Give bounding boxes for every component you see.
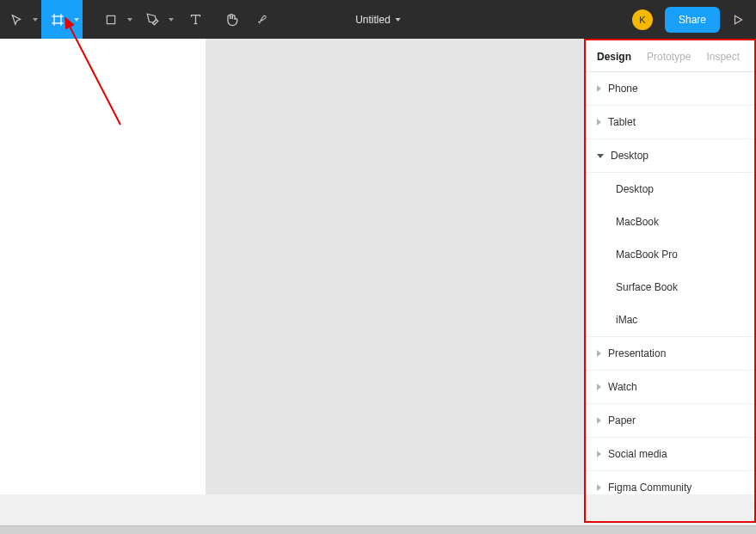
chevron-down-icon: [396, 18, 401, 21]
frame-preset-item[interactable]: MacBook Pro: [585, 238, 756, 271]
chevron-down-icon: [33, 18, 38, 21]
svg-rect-4: [107, 15, 114, 23]
triangle-right-icon: [597, 484, 601, 491]
triangle-right-icon: [597, 384, 601, 390]
svg-marker-7: [735, 15, 742, 23]
tab-prototype[interactable]: Prototype: [647, 51, 691, 63]
frame-category[interactable]: Tablet: [585, 106, 756, 139]
move-tool[interactable]: [0, 0, 41, 39]
text-icon: [189, 13, 202, 26]
frame-preset-list: PhoneTabletDesktopDesktopMacBookMacBook …: [585, 72, 756, 505]
share-button[interactable]: Share: [665, 7, 720, 33]
document-title[interactable]: Untitled: [355, 14, 401, 26]
present-button[interactable]: [732, 14, 744, 26]
frame-category[interactable]: Phone: [585, 72, 756, 106]
triangle-down-icon: [597, 154, 604, 158]
frame-category[interactable]: Social media: [585, 438, 756, 471]
text-tool[interactable]: [177, 0, 213, 39]
canvas[interactable]: [206, 39, 584, 494]
frame-category[interactable]: Watch: [585, 371, 756, 404]
cursor-icon: [10, 14, 22, 26]
pen-tool[interactable]: [136, 0, 177, 39]
chevron-down-icon: [74, 18, 79, 21]
shape-tool[interactable]: [95, 0, 136, 39]
tab-inspect[interactable]: Inspect: [706, 51, 740, 63]
chevron-down-icon: [169, 18, 174, 21]
frame-category-label: Watch: [608, 381, 637, 393]
frame-category[interactable]: Figma Community: [585, 471, 756, 505]
frame-preset-item[interactable]: MacBook: [585, 206, 756, 238]
title-text: Untitled: [355, 14, 390, 26]
avatar[interactable]: K: [632, 9, 653, 30]
frame-category[interactable]: Paper: [585, 404, 756, 438]
frame-category[interactable]: Desktop: [585, 139, 756, 173]
triangle-right-icon: [597, 85, 601, 92]
hand-tool[interactable]: [213, 0, 249, 39]
pencil-icon: [258, 14, 269, 25]
frame-preset-item[interactable]: Surface Book: [585, 271, 756, 304]
triangle-right-icon: [597, 119, 601, 126]
toolbar-right: K Share: [632, 7, 756, 33]
frame-category-label: Presentation: [608, 347, 666, 359]
frame-category-label: Social media: [608, 448, 667, 460]
frame-category-label: Tablet: [608, 116, 636, 128]
frame-preset-item[interactable]: Desktop: [585, 173, 756, 206]
panel-tabs: Design Prototype Inspect: [585, 39, 756, 72]
layers-panel: [0, 39, 206, 494]
frame-category[interactable]: Presentation: [585, 337, 756, 371]
comment-tool[interactable]: [249, 0, 277, 39]
triangle-right-icon: [597, 350, 601, 357]
footer-bar: [0, 525, 756, 534]
frame-category-label: Paper: [608, 414, 636, 427]
hand-icon: [224, 13, 238, 27]
main-toolbar: Untitled K Share: [0, 0, 756, 39]
pen-icon: [146, 13, 159, 26]
frame-category-label: Desktop: [611, 150, 648, 162]
triangle-right-icon: [597, 451, 601, 457]
frame-category-label: Figma Community: [608, 482, 691, 494]
design-panel: Design Prototype Inspect PhoneTabletDesk…: [584, 39, 756, 494]
triangle-right-icon: [597, 417, 601, 424]
frame-icon: [51, 13, 65, 27]
frame-category-label: Phone: [608, 83, 638, 95]
chevron-down-icon: [127, 18, 132, 21]
frame-tool[interactable]: [41, 0, 83, 39]
frame-preset-item[interactable]: iMac: [585, 304, 756, 336]
tab-design[interactable]: Design: [597, 51, 631, 63]
rectangle-icon: [105, 14, 117, 26]
